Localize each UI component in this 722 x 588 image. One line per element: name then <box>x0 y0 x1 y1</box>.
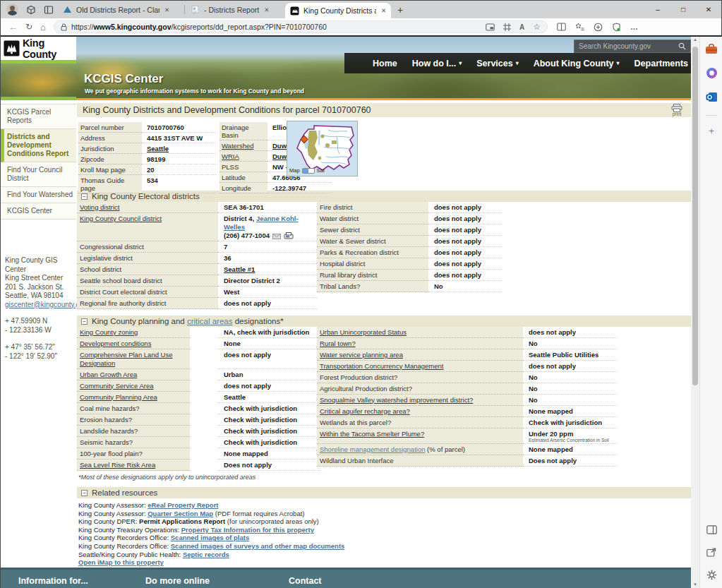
site-search-input[interactable] <box>579 42 678 50</box>
county-map[interactable]: Map Sat <box>287 121 358 176</box>
settings-menu-icon[interactable]: … <box>630 23 638 31</box>
watershed-link[interactable]: Watershed <box>219 140 267 151</box>
page-scrollbar[interactable]: ▴ ▾ <box>691 37 699 588</box>
surveys-link[interactable]: Scanned images of surveys and other map … <box>171 542 345 550</box>
critical-areas-link[interactable]: critical areas <box>187 317 233 325</box>
browser-tab-active[interactable]: King County Districts and Develo ✕ <box>285 3 391 18</box>
wria-link[interactable]: WRIA <box>219 151 267 162</box>
aquifer-recharge-link[interactable]: Critical aquifer recharge area? <box>317 406 523 417</box>
print-button[interactable]: print <box>671 104 682 116</box>
comp-plan-link[interactable]: Comprehensive Plan Land Use Designation <box>77 349 190 369</box>
footer-contact[interactable]: Contact <box>289 576 322 586</box>
lock-icon[interactable] <box>61 23 67 31</box>
settings-gear-icon[interactable] <box>706 570 717 583</box>
browser-tab[interactable]: Old Districts Report - Clarity ✕ <box>58 1 179 18</box>
profile-avatar[interactable] <box>6 4 18 16</box>
smelter-note: Estimated Arsenic Concentration in Soil <box>529 438 614 443</box>
shoreline-link[interactable]: Shoreline management designation <box>320 445 425 453</box>
sidebar-panel-icon[interactable] <box>706 524 717 537</box>
snoqualmie-district-link[interactable]: Snoqualmie Valley watershed improvement … <box>317 395 523 406</box>
sidebar-item-council-district[interactable]: Find Your Council District <box>1 162 76 187</box>
browser-essentials-icon[interactable] <box>594 23 603 32</box>
footer-information-for[interactable]: Information for... <box>18 576 88 586</box>
king-county-logo-icon <box>4 40 20 57</box>
shoreline-label: Shoreline management designation (% of p… <box>317 444 523 455</box>
sea-level-rise-link[interactable]: Sea Level Rise Risk Area <box>77 460 190 471</box>
community-planning-link[interactable]: Community Planning Area <box>77 392 190 403</box>
back-icon[interactable]: ← <box>8 22 18 32</box>
giscenter-email-link[interactable]: giscenter@kingcounty.gov <box>5 301 88 308</box>
sidebar-add-icon[interactable]: + <box>709 126 714 136</box>
apps-grid-icon[interactable] <box>503 23 511 31</box>
tab-actions-icon[interactable] <box>44 5 54 15</box>
email-icon[interactable] <box>272 234 281 239</box>
sidebar-item-kcgis-center[interactable]: KCGIS Center <box>1 203 76 220</box>
search-icon[interactable] <box>678 42 686 50</box>
nav-how-do-i[interactable]: How do I...▾ <box>412 59 462 68</box>
king-county-favicon <box>290 6 299 16</box>
community-service-link[interactable]: Community Service Area <box>77 380 190 392</box>
refresh-icon[interactable]: ↻ <box>25 22 32 32</box>
dev-conditions-link[interactable]: Development conditions <box>77 338 190 349</box>
collapse-icon[interactable]: − <box>81 193 88 200</box>
nav-departments[interactable]: Departments▾ <box>634 59 691 68</box>
voting-district-link[interactable]: Voting district <box>77 202 218 213</box>
quarter-section-map-link[interactable]: Quarter Section Map <box>148 510 213 517</box>
open-external-icon[interactable] <box>706 547 716 560</box>
picture-in-picture-icon[interactable] <box>486 23 495 31</box>
plats-link[interactable]: Scanned images of plats <box>171 534 249 541</box>
water-service-link[interactable]: Water service planning area <box>317 349 523 361</box>
scrollbar-thumb[interactable] <box>692 47 698 385</box>
favorites-star-icon[interactable]: ☆ <box>533 22 541 32</box>
property-tax-link[interactable]: Property Tax Information for this proper… <box>181 526 314 534</box>
sidebar-item-watershed[interactable]: Find Your Watershed <box>1 187 76 203</box>
fax-icon[interactable] <box>284 232 294 239</box>
school-district-link[interactable]: Seattle #1 <box>218 264 317 275</box>
urban-growth-link[interactable]: Urban Growth Area <box>77 369 190 380</box>
map-sat-toggle[interactable]: Map Sat <box>289 167 325 174</box>
home-icon[interactable]: ⌂ <box>40 22 46 32</box>
rural-town-link[interactable]: Rural town? <box>317 338 523 349</box>
footer-do-more-online[interactable]: Do more online <box>145 576 210 586</box>
scroll-down-icon[interactable]: ▾ <box>691 582 699 587</box>
nav-home[interactable]: Home <box>373 59 397 68</box>
nav-services[interactable]: Services▾ <box>476 59 518 68</box>
outlook-icon[interactable] <box>706 92 718 105</box>
transportation-concurrency-link[interactable]: Transportation Concurrency Management <box>317 361 523 372</box>
open-imap-link[interactable]: Open iMap to this property <box>78 558 164 566</box>
copilot-icon[interactable] <box>706 67 718 82</box>
tab-close-icon[interactable]: ✕ <box>381 7 386 14</box>
tab-close-icon[interactable]: ✕ <box>264 6 269 13</box>
site-search[interactable] <box>574 40 691 53</box>
read-aloud-icon[interactable]: A <box>519 23 524 31</box>
browser-tab[interactable]: - Districts Report ✕ <box>179 1 285 18</box>
collapse-icon[interactable]: − <box>81 318 88 325</box>
url-text[interactable]: https://www5.kingcounty.gov/kcgisreports… <box>71 23 477 31</box>
minimize-button[interactable]: – <box>645 1 670 18</box>
split-screen-icon[interactable] <box>557 23 566 31</box>
sidebar-item-districts-report[interactable]: Districts and Development Conditions Rep… <box>1 129 76 162</box>
nav-about[interactable]: About King County▾ <box>534 59 620 68</box>
extension-shield-icon[interactable] <box>612 23 621 32</box>
king-county-logo[interactable]: King County <box>1 37 76 60</box>
toolbox-icon[interactable] <box>705 44 718 57</box>
map-toggle-slider[interactable] <box>302 168 315 174</box>
maximize-button[interactable]: □ <box>670 1 696 18</box>
tacoma-smelter-link[interactable]: Within the Tacoma Smelter Plume? <box>317 428 523 444</box>
sidebar-header[interactable]: KCGIS Parcel Reports <box>1 104 76 129</box>
address-bar[interactable]: https://www5.kingcounty.gov/kcgisreports… <box>54 20 548 33</box>
tab-close-icon[interactable]: ✕ <box>164 6 169 13</box>
septic-records-link[interactable]: Septic records <box>183 551 229 558</box>
ereal-property-link[interactable]: eReal Property Report <box>148 501 218 509</box>
urban-unincorporated-link[interactable]: Urban Unincorporated Status <box>317 327 523 338</box>
new-tab-button[interactable]: + <box>397 4 403 16</box>
council-district-link[interactable]: King County Council district <box>77 213 218 241</box>
kc-zoning-link[interactable]: King County zoning <box>77 327 190 338</box>
collections-icon[interactable] <box>575 23 584 31</box>
workspaces-icon[interactable] <box>26 5 36 15</box>
permit-applications-text: Permit Applications Report <box>139 517 225 525</box>
jurisdiction-link[interactable]: Seattle <box>142 143 216 154</box>
scroll-up-icon[interactable]: ▴ <box>694 37 697 42</box>
close-button[interactable]: ✕ <box>696 1 721 18</box>
collapse-icon[interactable]: − <box>81 490 88 496</box>
